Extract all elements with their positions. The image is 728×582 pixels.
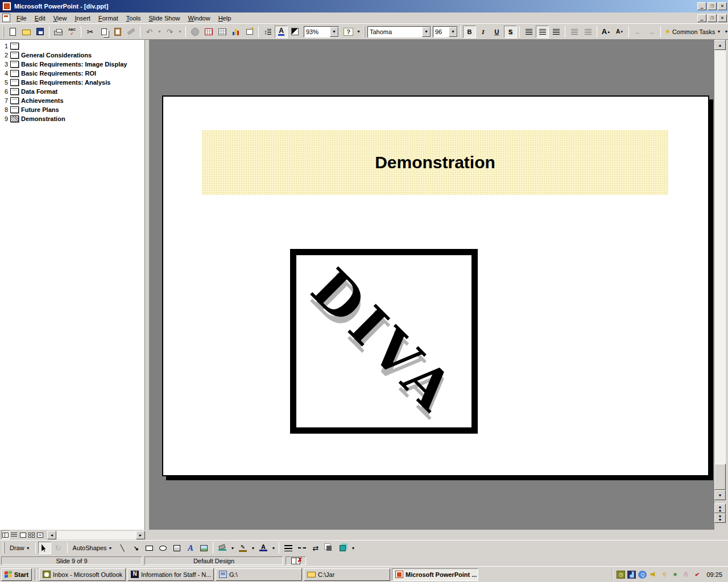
bold-button[interactable]: B: [463, 26, 476, 38]
font-size-dropdown-icon[interactable]: ▼: [449, 27, 457, 37]
outline-item-5[interactable]: 5Basic Requirements: Analysis: [0, 78, 144, 87]
quicktime-tray-icon[interactable]: Q: [638, 571, 647, 579]
redo-dropdown[interactable]: ▼: [177, 26, 183, 38]
fill-color-dropdown[interactable]: ▼: [229, 542, 235, 554]
drawbar-options-dropdown[interactable]: ▼: [350, 542, 356, 554]
oval-tool-button[interactable]: [156, 542, 169, 554]
h-scroll-right-button[interactable]: ►: [136, 531, 145, 539]
underline-button[interactable]: U: [490, 26, 503, 38]
font-size-combobox[interactable]: 96 ▼: [433, 26, 458, 38]
zoom-combobox[interactable]: 93% ▼: [304, 26, 339, 38]
text-box-button[interactable]: [170, 542, 183, 554]
toolbar-grip[interactable]: [3, 26, 4, 38]
threed-button[interactable]: [336, 542, 349, 554]
diva-logo[interactable]: DIVA: [290, 249, 478, 434]
task-button-gdrive[interactable]: G:\: [216, 568, 302, 581]
autoshapes-menu-button[interactable]: AutoShapes▼: [70, 542, 115, 554]
shadow-button[interactable]: [322, 542, 336, 554]
formatting-options-dropdown[interactable]: ▼: [723, 26, 728, 38]
spelling-status[interactable]: [286, 556, 306, 565]
design-name[interactable]: Default Design: [144, 556, 283, 565]
new-document-button[interactable]: [6, 26, 19, 38]
slide-sorter-view-button[interactable]: [27, 530, 35, 539]
drawing-toolbar-grip[interactable]: [3, 542, 5, 554]
toolbar-options-dropdown[interactable]: ▼: [355, 26, 362, 38]
format-painter-button[interactable]: [125, 26, 138, 38]
task-button-outlook[interactable]: Inbox - Microsoft Outlook: [39, 568, 126, 581]
previous-slide-button[interactable]: ▲▲: [714, 504, 726, 513]
zoom-dropdown-icon[interactable]: ▼: [330, 27, 338, 37]
scroll-up-button[interactable]: ▲: [714, 40, 726, 50]
dash-style-button[interactable]: [295, 542, 308, 554]
printer-tray-icon[interactable]: ⎙: [681, 571, 690, 579]
decrease-font-size-button[interactable]: A▼: [613, 26, 626, 38]
outline-item-8[interactable]: 8Future Plans: [0, 105, 144, 114]
h-scrollbar-track[interactable]: [56, 531, 136, 539]
doc-minimize-button[interactable]: _: [697, 14, 706, 22]
pane-splitter[interactable]: [145, 40, 150, 530]
grayscale-preview-button[interactable]: [288, 26, 301, 38]
line-spacing-button[interactable]: ↕: [261, 26, 274, 38]
increase-font-size-button[interactable]: A▲: [599, 26, 613, 38]
slide-canvas[interactable]: Demonstration DIVA: [162, 95, 709, 476]
outline-item-6[interactable]: 6Data Format: [0, 87, 144, 96]
spelling-button[interactable]: ABC✓: [65, 26, 78, 38]
slide-show-button[interactable]: [36, 530, 44, 539]
line-tool-button[interactable]: ╲: [115, 542, 129, 554]
bullets-button[interactable]: [581, 26, 594, 38]
h-scroll-left-button[interactable]: ◄: [47, 531, 56, 539]
document-icon[interactable]: [2, 14, 10, 22]
display-tray-icon[interactable]: ▟: [627, 571, 636, 579]
free-rotate-button[interactable]: ↻: [52, 542, 65, 554]
arrow-style-button[interactable]: ⇄: [309, 542, 322, 554]
next-slide-button[interactable]: ▼▼: [714, 513, 726, 523]
insert-clipart-button[interactable]: [197, 542, 210, 554]
insert-wordart-button[interactable]: A: [184, 542, 197, 554]
align-left-button[interactable]: [522, 26, 535, 38]
minimize-button[interactable]: _: [697, 2, 706, 10]
volume-icon[interactable]: [649, 571, 657, 579]
new-slide-button[interactable]: [243, 26, 256, 38]
outline-item-7[interactable]: 7Achievements: [0, 96, 144, 105]
undo-button[interactable]: ↶: [143, 26, 156, 38]
menu-view[interactable]: View: [49, 13, 71, 23]
outline-item-9[interactable]: 9Demonstration: [0, 114, 144, 123]
align-center-button[interactable]: [536, 26, 549, 38]
menu-tools[interactable]: Tools: [122, 13, 145, 23]
outline-item-3[interactable]: 3Basic Requirements: Image Display: [0, 60, 144, 69]
font-color-button[interactable]: A: [275, 26, 288, 38]
outline-item-4[interactable]: 4Basic Requirements: ROI: [0, 69, 144, 78]
arrow-tool-button[interactable]: ↘: [129, 542, 142, 554]
insert-table-button[interactable]: [216, 26, 229, 38]
demote-button[interactable]: →: [645, 26, 658, 38]
scroll-down-button[interactable]: ▼: [714, 490, 726, 500]
line-color-button[interactable]: ✎: [236, 542, 249, 554]
doc-restore-button[interactable]: ❐: [708, 14, 717, 22]
taskbar-clock[interactable]: 09:25: [703, 571, 722, 578]
scrollbar-thumb[interactable]: [714, 464, 726, 490]
text-shadow-button[interactable]: S: [504, 26, 517, 38]
align-right-button[interactable]: [549, 26, 562, 38]
doc-close-button[interactable]: ✕: [718, 14, 727, 22]
undo-dropdown[interactable]: ▼: [156, 26, 163, 38]
copy-button[interactable]: [97, 26, 110, 38]
formatting-toolbar-grip[interactable]: [364, 26, 365, 38]
powerpoint-app-icon[interactable]: [2, 2, 11, 11]
network-tray-icon[interactable]: ❖: [671, 571, 679, 579]
scrollbar-track[interactable]: [714, 50, 726, 464]
promote-button[interactable]: ←: [631, 26, 644, 38]
rectangle-tool-button[interactable]: [143, 542, 156, 554]
select-objects-button[interactable]: [38, 542, 51, 554]
line-style-button[interactable]: [282, 542, 295, 554]
numbering-button[interactable]: [568, 26, 581, 38]
slide-view-button[interactable]: [19, 530, 27, 539]
power-management-icon[interactable]: ⚲: [660, 571, 668, 579]
normal-view-button[interactable]: [1, 530, 10, 539]
draw-menu-button[interactable]: Draw▼: [7, 542, 33, 554]
fill-color-button[interactable]: [216, 542, 229, 554]
menu-help[interactable]: Help: [214, 13, 235, 23]
outline-view-button[interactable]: [10, 530, 18, 539]
menu-edit[interactable]: Edit: [31, 13, 49, 23]
print-button[interactable]: [52, 26, 65, 38]
redo-button[interactable]: ↷: [163, 26, 176, 38]
